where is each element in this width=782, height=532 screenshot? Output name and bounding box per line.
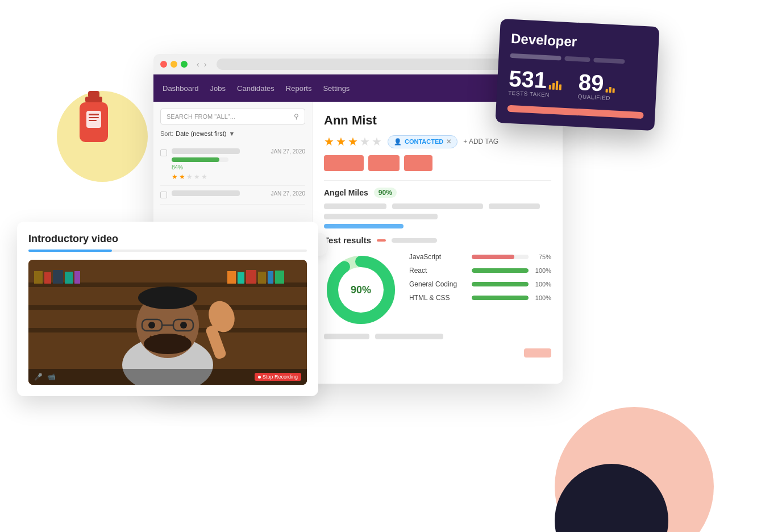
svg-rect-16 (53, 270, 63, 284)
test-label-js: JavaScript (409, 253, 466, 261)
search-bar[interactable]: SEARCH FROM "ALL"... ⚲ (160, 109, 305, 124)
nav-item-jobs[interactable]: Jobs (210, 84, 226, 93)
second-candidate-score: 90% (374, 188, 397, 198)
rec-dot-icon (258, 376, 261, 379)
qualified-label: QUALIFIED (577, 93, 614, 101)
svg-rect-22 (258, 272, 266, 284)
star-large-filled-3: ★ (348, 135, 358, 148)
recording-badge[interactable]: Stop Recording (255, 373, 301, 381)
stars-row: ★ ★ ★ ★ ★ (172, 173, 266, 181)
ph-bar-4 (324, 214, 438, 219)
candidate-rating-stars[interactable]: ★ ★ ★ ★ ★ (324, 135, 382, 148)
nav-item-candidates[interactable]: Candidates (237, 84, 274, 93)
candidate-name-placeholder (172, 190, 240, 196)
test-content: 90% JavaScript 75% React (324, 253, 551, 327)
svg-point-32 (180, 322, 187, 329)
qualified-number: 89 (578, 70, 616, 95)
action-btn-3[interactable] (404, 155, 432, 171)
developer-card: Developer 531 TESTS TAKEN 89 (495, 19, 659, 131)
window-maximize-button[interactable] (181, 61, 188, 68)
video-controls-bar[interactable]: 🎤 📹 Stop Recording (28, 369, 307, 385)
ph-bar-3 (489, 203, 540, 209)
tag-close-button[interactable]: ✕ (446, 138, 451, 146)
detail-footer (324, 348, 551, 358)
forward-arrow-icon[interactable]: › (204, 60, 207, 69)
star-filled-1: ★ (172, 173, 178, 181)
window-close-button[interactable] (160, 61, 167, 68)
candidate-list-item[interactable]: 84% ★ ★ ★ ★ ★ JAN 27, 2020 (160, 144, 305, 186)
nav-item-settings[interactable]: Settings (323, 84, 350, 93)
candidate-date: JAN 27, 2020 (271, 148, 305, 155)
dev-progress-bar (507, 105, 643, 119)
nav-item-dashboard[interactable]: Dashboard (163, 84, 199, 93)
test-badge (377, 239, 386, 242)
blue-progress-bar (324, 224, 404, 228)
footer-action-button[interactable] (524, 348, 551, 358)
video-person-svg (28, 260, 307, 385)
candidate-checkbox[interactable] (160, 149, 167, 156)
svg-rect-14 (34, 271, 43, 284)
svg-rect-1 (85, 97, 102, 102)
star-filled-2: ★ (179, 173, 185, 181)
star-large-empty-1: ★ (360, 135, 370, 148)
candidate-list-item[interactable]: JAN 27, 2020 (160, 186, 305, 205)
star-empty-3: ★ (201, 173, 207, 181)
test-results-header: Test results (324, 235, 551, 245)
candidate-info: 84% ★ ★ ★ ★ ★ (172, 148, 266, 181)
video-thumbnail[interactable]: 🎤 📹 Stop Recording (28, 260, 307, 385)
video-title: Introductory video (28, 233, 307, 245)
video-progress-bar (28, 250, 307, 252)
svg-rect-19 (227, 271, 236, 284)
sort-chevron-icon[interactable]: ▼ (228, 130, 235, 137)
rating-tags-row: ★ ★ ★ ★ ★ 👤 CONTACTED ✕ + ADD TAG (324, 135, 551, 148)
qualified-stat: 89 QUALIFIED (577, 70, 615, 101)
test-bars-container: JavaScript 75% React 100% (409, 253, 551, 327)
sort-value[interactable]: Date (newest first) (176, 130, 226, 137)
dev-bar-3 (593, 57, 625, 64)
video-progress-fill (28, 250, 112, 252)
search-input[interactable]: SEARCH FROM "ALL"... (167, 113, 294, 120)
add-tag-button[interactable]: + ADD TAG (463, 138, 498, 146)
svg-point-31 (148, 322, 155, 329)
second-candidate-name: Angel Miles (324, 188, 368, 197)
divider (324, 180, 551, 181)
progress-label: 84% (172, 164, 266, 171)
dev-stats-row: 531 TESTS TAKEN 89 QUALIFIED (508, 67, 646, 103)
test-bar-fill-html (472, 296, 529, 300)
svg-rect-6 (89, 120, 97, 121)
test-label-react: React (409, 267, 466, 275)
action-btn-1[interactable] (324, 155, 364, 171)
svg-rect-21 (246, 270, 256, 284)
test-bar-row-react: React 100% (409, 267, 551, 275)
ph-bar-2 (392, 203, 483, 209)
star-empty-2: ★ (194, 173, 200, 181)
star-large-filled-2: ★ (336, 135, 346, 148)
video-card: Introductory video (17, 222, 318, 396)
donut-chart: 90% (324, 253, 398, 327)
window-minimize-button[interactable] (170, 61, 177, 68)
svg-rect-5 (89, 117, 99, 118)
dev-bar-1 (510, 53, 561, 61)
placeholder-bars-1 (324, 203, 551, 209)
dev-card-bars (510, 53, 646, 65)
svg-point-35 (138, 286, 197, 309)
camera-icon[interactable]: 📹 (47, 373, 56, 381)
tag-contacted-icon: 👤 (394, 138, 402, 146)
mic-icon[interactable]: 🎤 (34, 373, 43, 381)
star-large-filled-1: ★ (324, 135, 334, 148)
svg-rect-17 (65, 272, 73, 284)
bottom-ph-2 (375, 334, 443, 339)
action-btn-2[interactable] (368, 155, 400, 171)
bottom-placeholder-bars (324, 334, 551, 339)
tag-contacted[interactable]: 👤 CONTACTED ✕ (388, 135, 457, 148)
svg-rect-15 (44, 272, 51, 284)
star-empty-1: ★ (186, 173, 193, 181)
test-pct-general: 100% (534, 281, 551, 288)
nav-item-reports[interactable]: Reports (286, 84, 312, 93)
ph-bar-1 (324, 203, 386, 209)
candidate-checkbox[interactable] (160, 192, 167, 198)
action-buttons-row (324, 155, 551, 171)
back-arrow-icon[interactable]: ‹ (197, 60, 199, 69)
dev-bar-2 (564, 56, 590, 62)
test-bar-row-html: HTML & CSS 100% (409, 294, 551, 302)
